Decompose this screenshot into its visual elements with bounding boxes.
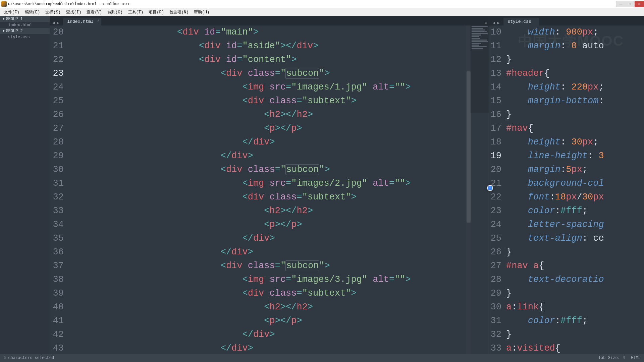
minimap-left[interactable] [470, 25, 489, 113]
sidebar-file-item[interactable]: style.css [0, 34, 50, 40]
group-label: GROUP 2 [6, 29, 22, 34]
editor-right[interactable]: 1011121314151617181920212223242526272829… [490, 25, 644, 354]
statusbar: 6 characters selected Tab Size: 4 HTML [0, 354, 644, 362]
sidebar-file-item[interactable]: index.html [0, 22, 50, 28]
chevron-down-icon: ▼ [3, 17, 4, 21]
menu-item[interactable]: 帮助(H) [191, 9, 212, 15]
status-selection: 6 characters selected [3, 356, 54, 360]
sidebar-group-header[interactable]: ▼GROUP 2 [0, 28, 50, 34]
tab-label: style.css [507, 19, 531, 24]
editor-pane-left: ◀ ▶ index.html × ≡ 202122232425262728293… [50, 16, 490, 354]
code-right[interactable]: width: 900px; margin: 0 auto}#header{ he… [506, 25, 644, 354]
chevron-down-icon: ▼ [3, 29, 4, 33]
status-syntax[interactable]: HTML [631, 356, 641, 360]
tab-bar-left: ◀ ▶ index.html × ≡ [50, 16, 490, 25]
editor-pane-right: ↔ ◀ ▶ style.css 101112131415161718192021… [490, 16, 644, 354]
maximize-button[interactable]: ☐ [625, 1, 635, 7]
tab-label: index.html [67, 19, 93, 24]
titlebar: C:\Users\xrk\Desktop\web\site\index.html… [0, 0, 644, 8]
pane-splitter-handle[interactable]: ↔ [487, 185, 493, 191]
menu-item[interactable]: 查找(I) [63, 9, 84, 15]
tab-history-back-icon[interactable]: ◀ [52, 20, 55, 25]
gutter-left: 2021222324252627282930313233343536373839… [50, 25, 68, 354]
code-left[interactable]: <div id="main"> <div id="aside"></div> <… [68, 25, 490, 354]
menu-item[interactable]: 首选项(N) [167, 9, 192, 15]
scrollbar-left[interactable] [466, 25, 471, 354]
sidebar: ▼GROUP 1index.html▼GROUP 2style.css [0, 16, 50, 354]
status-tabsize[interactable]: Tab Size: 4 [598, 356, 625, 360]
window-title: C:\Users\xrk\Desktop\web\site\index.html… [8, 2, 130, 6]
menu-item[interactable]: 工具(T) [125, 9, 146, 15]
tab-history-fwd-icon[interactable]: ▶ [496, 20, 500, 25]
tab-menu-icon[interactable]: ≡ [484, 21, 488, 25]
tab-index-html[interactable]: index.html × [63, 18, 101, 25]
tab-style-css[interactable]: style.css [503, 18, 539, 25]
close-button[interactable]: ✕ [635, 1, 644, 7]
minimize-button[interactable]: — [616, 1, 625, 7]
editor-left[interactable]: 2021222324252627282930313233343536373839… [50, 25, 490, 354]
menu-item[interactable]: 查看(V) [84, 9, 105, 15]
group-label: GROUP 1 [6, 17, 22, 21]
menu-item[interactable]: 编辑(E) [22, 9, 43, 15]
menu-item[interactable]: 选择(S) [43, 9, 63, 15]
sidebar-group-header[interactable]: ▼GROUP 1 [0, 16, 50, 22]
menu-item[interactable]: 文件(F) [1, 9, 22, 15]
tab-history-fwd-icon[interactable]: ▶ [56, 20, 60, 25]
menu-item[interactable]: 项目(P) [146, 9, 167, 15]
tab-close-icon[interactable]: × [97, 19, 100, 23]
tab-bar-right: ◀ ▶ style.css [490, 16, 644, 25]
app-icon [1, 1, 7, 7]
menubar: 文件(F)编辑(E)选择(S)查找(I)查看(V)转到(G)工具(T)项目(P)… [0, 8, 644, 16]
tab-history-back-icon[interactable]: ◀ [492, 20, 496, 25]
menu-item[interactable]: 转到(G) [105, 9, 125, 15]
